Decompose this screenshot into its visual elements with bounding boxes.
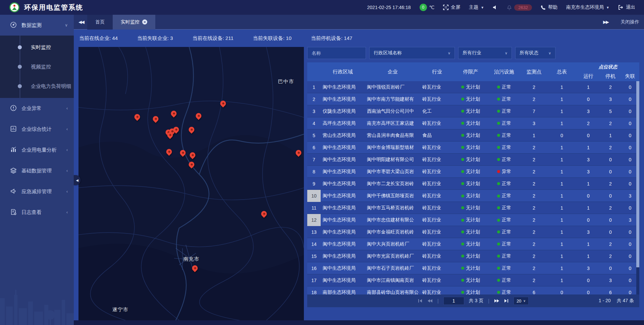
status-select[interactable]: 所有状态 ∨ <box>515 47 555 59</box>
chevron-left-icon: ‹ <box>66 106 68 111</box>
red-status-dot-icon <box>497 170 500 173</box>
sidebar-item-2[interactable]: 企业综合统计‹ <box>0 119 74 140</box>
cell-stopped: 0 <box>600 157 621 162</box>
table-row[interactable]: 12阆中生态环境局阆中市忠信建材有限公砖瓦行业无计划正常21003 <box>307 214 639 226</box>
cell-total-meters: 1 <box>547 169 577 174</box>
table-row[interactable]: 2阆中生态环境局阆中市南方节能建材有砖瓦行业无计划正常21030 <box>307 93 639 105</box>
cell-total-meters: 1 <box>547 97 577 102</box>
fullscreen-button[interactable]: 全屏 <box>443 4 460 10</box>
sidebar-item-1[interactable]: 企业异常‹ <box>0 98 74 119</box>
table-row[interactable]: 18南部生态环境局南部县砖华山页岩有限公砖瓦行业无计划正常60060 <box>307 286 639 294</box>
column-header: 停限产 <box>454 62 487 81</box>
cell-region: 阆中生态环境局 <box>321 205 365 211</box>
table-row[interactable]: 10阆中生态环境局阆中千佛镇五郎垭页岩砖瓦行业无计划正常21003 <box>307 190 639 202</box>
table-row[interactable]: 11阆中生态环境局阆中市五马桥页岩机砖砖瓦行业无计划正常21120 <box>307 202 639 214</box>
stats-icon <box>10 125 17 133</box>
cell-stopped: 0 <box>600 229 621 235</box>
cell-stop-limit: 无计划 <box>454 229 487 235</box>
cell-pollution-facility: 正常 <box>487 120 521 126</box>
scrollbar-thumb[interactable] <box>636 81 639 267</box>
stat-item: 当前失联企业: 3 <box>137 35 173 42</box>
sidebar-subitem-label: 企业电力负荷明细 <box>31 83 71 90</box>
notifications[interactable]: 2632 <box>507 4 532 11</box>
org-dropdown[interactable]: 南充市生态环境局 ▼ <box>566 4 609 10</box>
log-icon <box>10 209 17 216</box>
cell-pollution-facility: 正常 <box>487 289 521 295</box>
cell-total-meters: 1 <box>547 157 577 162</box>
close-operations-button[interactable]: 关闭操作 <box>621 19 639 25</box>
cell-company: 阆中明阳建材有限公司 <box>365 157 420 163</box>
cell-industry: 砖瓦行业 <box>420 181 454 187</box>
cell-industry: 砖瓦行业 <box>420 120 454 126</box>
table-row[interactable]: 7阆中生态环境局阆中明阳建材有限公司砖瓦行业无计划正常21300 <box>307 154 639 166</box>
cell-stopped: 2 <box>600 121 621 126</box>
sidebar-subitem[interactable]: 企业电力负荷明细 <box>0 76 74 96</box>
table-row[interactable]: 4高坪生态环境局南充市高坪区王家店建砖瓦行业无计划正常31220 <box>307 117 639 129</box>
sidebar-subitem-label: 视频监控 <box>31 64 51 70</box>
sound-button[interactable] <box>493 5 498 10</box>
map-panel[interactable]: 巴中市南充市遂宁市 <box>78 47 304 320</box>
cell-stop-limit: 无计划 <box>454 120 487 126</box>
tabs-scroll-right-icon[interactable]: ▶▶ <box>603 19 608 24</box>
table-row[interactable]: 16阆中生态环境局阆中市石子页岩机砖厂砖瓦行业无计划正常21300 <box>307 262 639 274</box>
cell-stopped: 0 <box>600 217 621 223</box>
sidebar-subitem[interactable]: 视频监控 <box>0 57 74 76</box>
table-row[interactable]: 17阆中生态环境局阆中市江南镇阆南页岩砖瓦行业无计划正常21030 <box>307 274 639 286</box>
page-size-select[interactable]: 20 ∨ <box>514 297 529 305</box>
tab-realtime-monitor[interactable]: 实时监控 ✕ <box>113 15 155 30</box>
table-row[interactable]: 13阆中生态环境局阆中市金福旺页岩机砖砖瓦行业无计划正常21300 <box>307 226 639 238</box>
cell-company: 阆中市江南镇阆南页岩 <box>365 277 420 283</box>
sidebar-item-6[interactable]: 日志查看‹ <box>0 202 74 223</box>
cell-industry: 砖瓦行业 <box>420 253 454 259</box>
cell-company: 阆中市光富页岩机砖厂 <box>365 253 420 259</box>
cell-region: 阆中生态环境局 <box>321 277 365 283</box>
prev-page-button[interactable] <box>427 299 433 303</box>
cell-region: 阆中生态环境局 <box>321 145 365 151</box>
cell-running: 0 <box>577 97 600 102</box>
tab-home[interactable]: 首页 <box>87 15 113 30</box>
sidebar-item-3[interactable]: 企业用电量分析‹ <box>0 140 74 160</box>
industry-select[interactable]: 所有行业 ∨ <box>458 47 512 59</box>
sidebar-item-5[interactable]: 应急减排管理‹ <box>0 181 74 202</box>
table-row[interactable]: 5营山生态环境局营山县润丰肉食品有限食品无计划正常10010 <box>307 129 639 142</box>
pagination-divider: | <box>437 298 439 304</box>
green-status-dot-icon <box>497 146 500 149</box>
table-row[interactable]: 9阆中生态环境局阆中市二龙长宝页岩砖砖瓦行业无计划正常21120 <box>307 178 639 190</box>
logout-button[interactable]: 退出 <box>618 4 635 10</box>
green-status-dot-icon <box>461 267 464 270</box>
table-row[interactable]: 8阆中生态环境局阆中市枣碧大梁山页岩砖瓦行业无计划异常21300 <box>307 166 639 178</box>
green-status-dot-icon <box>461 134 464 137</box>
theme-dropdown[interactable]: 主题 ▼ <box>469 4 484 10</box>
green-status-dot-icon <box>497 158 500 161</box>
next-page-button[interactable] <box>494 299 499 303</box>
sidebar-item-4[interactable]: 基础数据管理‹ <box>0 160 74 181</box>
cell-pollution-facility: 正常 <box>487 205 521 211</box>
tab-close-icon[interactable]: ✕ <box>142 19 147 24</box>
sidebar-subitem[interactable]: 实时监控 <box>0 38 74 57</box>
cell-total-meters: 1 <box>547 109 577 114</box>
cell-stopped: 1 <box>600 133 621 138</box>
table-row[interactable]: 6阆中生态环境局阆中市金博瑞新型墙材砖瓦行业无计划正常21120 <box>307 142 639 154</box>
table-scrollbar[interactable] <box>636 81 639 294</box>
sidebar-item-0[interactable]: 数据监测∨ <box>0 15 74 36</box>
first-page-button[interactable] <box>418 299 423 303</box>
cell-index: 3 <box>307 109 321 114</box>
help-button[interactable]: 帮助 <box>541 4 557 10</box>
name-search-input[interactable] <box>307 47 366 59</box>
table-row[interactable]: 15阆中生态环境局阆中市光富页岩机砖厂砖瓦行业无计划正常21120 <box>307 250 639 262</box>
filter-bar: 行政区域名称 ∨ 所有行业 ∨ 所有状态 ∨ <box>307 47 639 59</box>
table-row[interactable]: 14阆中生态环境局阆中大兴页岩机砖厂砖瓦行业无计划正常21120 <box>307 238 639 250</box>
last-page-button[interactable] <box>504 299 509 303</box>
region-select[interactable]: 行政区域名称 ∨ <box>369 47 455 59</box>
cell-total-meters: 1 <box>547 145 577 150</box>
table-row[interactable]: 3仪陇生态环境局西南油气田分公司川中化工无计划正常71350 <box>307 105 639 117</box>
phone-icon <box>541 5 546 10</box>
table-row[interactable]: 1阆中生态环境局阆中强锐页岩砖厂砖瓦行业无计划正常21120 <box>307 81 639 93</box>
page-number-input[interactable] <box>443 297 464 305</box>
tabs-scroll-left-icon[interactable]: ◀◀ <box>78 19 84 24</box>
cell-stop-limit: 无计划 <box>454 145 487 151</box>
cell-monitor-points: 2 <box>521 181 547 186</box>
alert-icon <box>10 105 17 112</box>
cell-region: 营山生态环境局 <box>321 132 365 139</box>
cell-region: 阆中生态环境局 <box>321 253 365 259</box>
